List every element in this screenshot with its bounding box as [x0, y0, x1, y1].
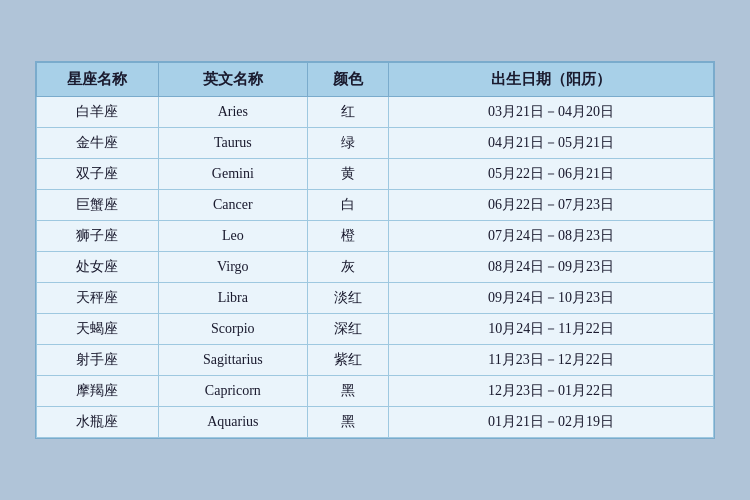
cell-birth-date: 03月21日－04月20日	[389, 97, 714, 128]
cell-english-name: Aries	[158, 97, 307, 128]
cell-color: 橙	[307, 221, 388, 252]
cell-english-name: Leo	[158, 221, 307, 252]
table-row: 射手座Sagittarius紫红11月23日－12月22日	[37, 345, 714, 376]
cell-birth-date: 07月24日－08月23日	[389, 221, 714, 252]
table-row: 天秤座Libra淡红09月24日－10月23日	[37, 283, 714, 314]
zodiac-table-container: 星座名称 英文名称 颜色 出生日期（阳历） 白羊座Aries红03月21日－04…	[35, 61, 715, 439]
cell-english-name: Capricorn	[158, 376, 307, 407]
cell-color: 紫红	[307, 345, 388, 376]
cell-color: 灰	[307, 252, 388, 283]
cell-chinese-name: 天蝎座	[37, 314, 159, 345]
cell-birth-date: 12月23日－01月22日	[389, 376, 714, 407]
cell-color: 白	[307, 190, 388, 221]
cell-color: 黑	[307, 376, 388, 407]
cell-birth-date: 09月24日－10月23日	[389, 283, 714, 314]
cell-english-name: Aquarius	[158, 407, 307, 438]
cell-birth-date: 08月24日－09月23日	[389, 252, 714, 283]
cell-birth-date: 11月23日－12月22日	[389, 345, 714, 376]
cell-chinese-name: 巨蟹座	[37, 190, 159, 221]
cell-english-name: Scorpio	[158, 314, 307, 345]
table-row: 天蝎座Scorpio深红10月24日－11月22日	[37, 314, 714, 345]
cell-color: 淡红	[307, 283, 388, 314]
header-color: 颜色	[307, 63, 388, 97]
header-birth-date: 出生日期（阳历）	[389, 63, 714, 97]
cell-birth-date: 06月22日－07月23日	[389, 190, 714, 221]
cell-english-name: Virgo	[158, 252, 307, 283]
cell-english-name: Taurus	[158, 128, 307, 159]
cell-chinese-name: 天秤座	[37, 283, 159, 314]
cell-chinese-name: 白羊座	[37, 97, 159, 128]
cell-color: 红	[307, 97, 388, 128]
table-row: 狮子座Leo橙07月24日－08月23日	[37, 221, 714, 252]
table-row: 白羊座Aries红03月21日－04月20日	[37, 97, 714, 128]
cell-chinese-name: 双子座	[37, 159, 159, 190]
cell-chinese-name: 金牛座	[37, 128, 159, 159]
cell-birth-date: 04月21日－05月21日	[389, 128, 714, 159]
table-header-row: 星座名称 英文名称 颜色 出生日期（阳历）	[37, 63, 714, 97]
cell-chinese-name: 水瓶座	[37, 407, 159, 438]
table-row: 水瓶座Aquarius黑01月21日－02月19日	[37, 407, 714, 438]
cell-chinese-name: 射手座	[37, 345, 159, 376]
cell-chinese-name: 处女座	[37, 252, 159, 283]
cell-english-name: Gemini	[158, 159, 307, 190]
table-row: 双子座Gemini黄05月22日－06月21日	[37, 159, 714, 190]
cell-color: 黑	[307, 407, 388, 438]
cell-birth-date: 01月21日－02月19日	[389, 407, 714, 438]
cell-english-name: Cancer	[158, 190, 307, 221]
zodiac-table: 星座名称 英文名称 颜色 出生日期（阳历） 白羊座Aries红03月21日－04…	[36, 62, 714, 438]
cell-color: 绿	[307, 128, 388, 159]
table-body: 白羊座Aries红03月21日－04月20日金牛座Taurus绿04月21日－0…	[37, 97, 714, 438]
table-row: 处女座Virgo灰08月24日－09月23日	[37, 252, 714, 283]
cell-english-name: Sagittarius	[158, 345, 307, 376]
cell-chinese-name: 狮子座	[37, 221, 159, 252]
cell-color: 深红	[307, 314, 388, 345]
cell-birth-date: 05月22日－06月21日	[389, 159, 714, 190]
cell-birth-date: 10月24日－11月22日	[389, 314, 714, 345]
cell-english-name: Libra	[158, 283, 307, 314]
table-row: 巨蟹座Cancer白06月22日－07月23日	[37, 190, 714, 221]
cell-color: 黄	[307, 159, 388, 190]
header-english-name: 英文名称	[158, 63, 307, 97]
table-row: 金牛座Taurus绿04月21日－05月21日	[37, 128, 714, 159]
table-row: 摩羯座Capricorn黑12月23日－01月22日	[37, 376, 714, 407]
cell-chinese-name: 摩羯座	[37, 376, 159, 407]
header-chinese-name: 星座名称	[37, 63, 159, 97]
